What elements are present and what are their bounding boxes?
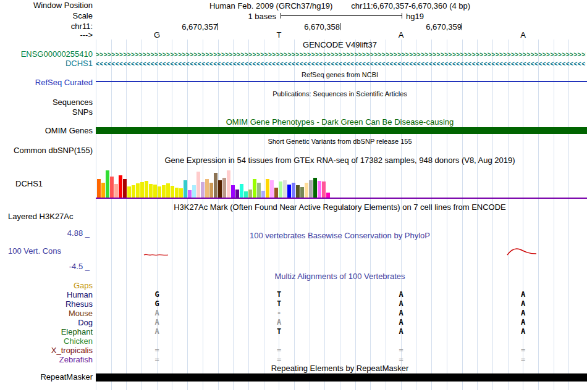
gtex-expression-bar[interactable] [287,185,291,198]
gtex-expression-bar[interactable] [119,175,122,198]
multiz-species-rhesus[interactable]: Rhesus [0,299,93,309]
gtex-expression-bar[interactable] [209,183,213,198]
gtex-expression-bar[interactable] [127,186,131,198]
gtex-expression-bar[interactable] [270,180,274,198]
gtex-bar-chart[interactable] [97,169,332,198]
gtex-expression-bar[interactable] [149,184,153,198]
multiz-base[interactable]: = [152,346,162,355]
gtex-expression-bar[interactable] [257,183,261,198]
omim-genes-label[interactable]: OMIM Genes [0,127,93,135]
gtex-expression-bar[interactable] [322,181,326,198]
refseq-gene-line[interactable] [96,81,587,82]
gtex-expression-bar[interactable] [266,179,269,198]
gene-strand-arrows-reverse[interactable]: <<<<<<<<<<<<<<<<<<<<<<<<<<<<<<<<<<<<<<<<… [96,60,586,68]
multiz-base[interactable]: A [518,309,528,318]
omim-gene-bar[interactable] [96,127,587,134]
multiz-base[interactable]: T [274,290,284,299]
multiz-species-mouse[interactable]: Mouse [0,309,93,318]
gtex-expression-bar[interactable] [97,179,101,198]
gtex-expression-bar[interactable] [305,183,308,198]
gtex-expression-bar[interactable] [132,185,135,198]
multiz-base[interactable]: = [518,346,528,355]
multiz-species-chicken[interactable]: Chicken [0,336,93,346]
multiz-base[interactable]: = [396,346,406,355]
phylop-track-label[interactable]: 100 Vert. Cons [8,246,61,256]
gtex-expression-bar[interactable] [184,180,187,198]
multiz-species-zebrafish[interactable]: Zebrafish [0,355,93,364]
multiz-base[interactable]: = [274,355,284,364]
gtex-expression-bar[interactable] [244,191,248,198]
gtex-expression-bar[interactable] [179,188,183,198]
gtex-expression-bar[interactable] [292,183,295,198]
gtex-expression-bar[interactable] [188,190,192,198]
multiz-base[interactable]: A [396,318,406,327]
gtex-expression-bar[interactable] [253,179,256,198]
gtex-expression-bar[interactable] [218,180,222,198]
sequences-label[interactable]: Sequences [0,98,93,107]
dbsnp-label[interactable]: Common dbSNP(155) [0,146,93,155]
gtex-expression-bar[interactable] [205,179,209,198]
gtex-expression-bar[interactable] [248,190,252,198]
gtex-expression-bar[interactable] [240,184,243,198]
gene-strand-arrows-forward[interactable]: >>>>>>>>>>>>>>>>>>>>>>>>>>>>>>>>>>>>>>>>… [96,51,586,59]
refseq-curated-label[interactable]: RefSeq Curated [0,78,93,87]
gtex-expression-bar[interactable] [296,185,300,198]
gtex-expression-bar[interactable] [153,185,157,198]
gtex-expression-bar[interactable] [283,180,287,198]
phylop-signal-right[interactable] [507,247,538,256]
gtex-gene-label[interactable]: DCHS1 [15,179,43,188]
gtex-expression-bar[interactable] [145,181,148,198]
multiz-base[interactable]: = [152,355,162,364]
multiz-species-elephant[interactable]: Elephant [0,327,93,336]
gtex-expression-bar[interactable] [110,177,114,198]
multiz-base[interactable]: A [396,299,406,309]
gtex-expression-bar[interactable] [261,191,265,198]
gtex-expression-bar[interactable] [227,170,230,198]
gtex-expression-bar[interactable] [309,180,313,198]
gtex-expression-bar[interactable] [318,181,321,198]
snps-label[interactable]: SNPs [0,108,93,117]
gtex-expression-bar[interactable] [171,186,174,198]
gtex-expression-bar[interactable] [136,183,140,198]
repeatmasker-label[interactable]: RepeatMasker [0,373,93,382]
gtex-expression-bar[interactable] [313,178,317,198]
multiz-base[interactable]: = [274,346,284,355]
multiz-base[interactable]: A [396,327,406,336]
gtex-expression-bar[interactable] [101,183,105,198]
multiz-base[interactable]: G [152,299,162,309]
gtex-expression-bar[interactable] [140,182,144,198]
multiz-species-dog[interactable]: Dog [0,318,93,327]
gtex-expression-bar[interactable] [166,183,170,198]
multiz-base[interactable]: A [396,309,406,318]
gtex-expression-bar[interactable] [106,170,109,198]
gtex-expression-bar[interactable] [274,188,278,198]
multiz-base[interactable]: A [396,290,406,299]
phylop-signal-left[interactable] [143,252,169,257]
multiz-base[interactable]: A [274,318,284,327]
gtex-expression-bar[interactable] [201,182,205,198]
multiz-species-human[interactable]: Human [0,290,93,299]
gtex-expression-bar[interactable] [175,188,179,198]
repeatmasker-bar[interactable] [96,373,587,382]
gtex-expression-bar[interactable] [158,186,161,198]
multiz-base[interactable]: A [518,327,528,336]
multiz-base[interactable]: = [396,355,406,364]
gtex-expression-bar[interactable] [279,181,282,198]
multiz-base[interactable]: G [152,290,162,299]
multiz-species-x_tropicalis[interactable]: X_tropicalis [0,346,93,355]
multiz-base[interactable]: T [274,299,284,309]
gtex-expression-bar[interactable] [162,185,166,198]
multiz-base[interactable]: A [518,290,528,299]
multiz-base[interactable]: - [274,309,284,318]
multiz-base[interactable]: A [518,299,528,309]
gene-label-dchs1[interactable]: DCHS1 [0,59,93,68]
multiz-base[interactable]: = [518,355,528,364]
multiz-species-gaps[interactable]: Gaps [0,281,93,290]
h3k27ac-label[interactable]: Layered H3K27Ac [8,212,74,221]
gtex-expression-bar[interactable] [231,185,235,198]
gene-label-ensg[interactable]: ENSG00000255410 [0,50,93,59]
gtex-expression-bar[interactable] [222,178,226,198]
gtex-expression-bar[interactable] [123,179,127,198]
gtex-expression-bar[interactable] [192,185,196,198]
multiz-base[interactable]: A [152,309,162,318]
